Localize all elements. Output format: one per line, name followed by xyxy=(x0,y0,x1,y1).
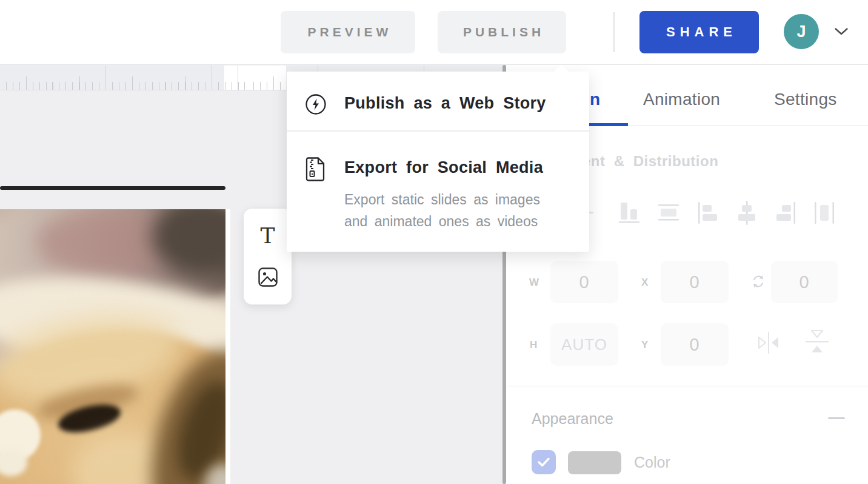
menu-item-title: Publish as a Web Story xyxy=(344,94,546,113)
rotation-field[interactable]: 0 xyxy=(771,261,838,303)
top-bar: PREVIEW PUBLISH SHARE J xyxy=(0,0,868,65)
appearance-title: Appearance xyxy=(532,410,613,428)
active-tab-underline xyxy=(584,123,628,126)
align-center-vertical-icon[interactable] xyxy=(736,200,758,226)
zip-file-icon xyxy=(305,157,326,181)
text-tool-icon[interactable]: T xyxy=(253,221,282,250)
height-label: H xyxy=(530,339,538,351)
chevron-down-icon[interactable] xyxy=(834,27,849,38)
menu-item-export-social-media[interactable]: Export for Social Media Export static sl… xyxy=(287,130,589,252)
y-field[interactable]: 0 xyxy=(661,323,729,366)
app-window: T n Animation Settings ent & Distributio… xyxy=(0,0,868,484)
section-divider xyxy=(507,386,868,386)
publish-dropdown-menu: Publish as a Web Story Export for Social… xyxy=(287,72,589,252)
rotation-icon xyxy=(751,274,766,291)
canvas-line-element[interactable] xyxy=(0,186,225,190)
avatar[interactable]: J xyxy=(784,14,819,49)
lightning-circle-icon xyxy=(305,93,327,115)
height-field[interactable]: AUTO xyxy=(550,323,618,366)
color-label: Color xyxy=(634,454,670,471)
tool-palette: T xyxy=(244,209,292,304)
menu-item-title: Export for Social Media xyxy=(344,158,543,177)
topbar-divider xyxy=(613,12,615,52)
menu-item-publish-web-story[interactable]: Publish as a Web Story xyxy=(287,72,589,130)
image-tool-icon[interactable] xyxy=(253,263,282,292)
preview-button[interactable]: PREVIEW xyxy=(281,11,415,53)
flip-horizontal-icon[interactable] xyxy=(755,331,782,357)
menu-item-description-line1: Export static slides as images xyxy=(344,192,540,208)
alignment-distribution-title: ent & Distribution xyxy=(583,153,718,170)
ruler-highlight xyxy=(224,66,286,90)
flip-vertical-icon[interactable] xyxy=(804,328,830,358)
distribute-horizontal-icon[interactable] xyxy=(813,200,835,226)
tab-design[interactable]: n xyxy=(590,90,600,109)
tab-animation[interactable]: Animation xyxy=(643,90,720,109)
width-label: W xyxy=(529,277,539,289)
x-field[interactable]: 0 xyxy=(661,261,729,303)
color-enabled-checkbox[interactable] xyxy=(532,450,556,474)
slide-edge xyxy=(225,209,230,484)
align-bottom-icon[interactable] xyxy=(618,200,640,226)
y-label: Y xyxy=(641,339,649,351)
x-label: X xyxy=(641,277,649,289)
publish-button[interactable]: PUBLISH xyxy=(438,11,566,53)
checkmark-icon xyxy=(538,457,550,467)
dog-photo[interactable] xyxy=(0,209,225,484)
width-field[interactable]: 0 xyxy=(550,261,618,303)
tab-settings[interactable]: Settings xyxy=(774,90,837,109)
distribute-vertical-icon[interactable] xyxy=(658,200,679,226)
align-right-icon[interactable] xyxy=(775,200,796,226)
align-left-icon[interactable] xyxy=(697,200,719,226)
share-button[interactable]: SHARE xyxy=(639,11,759,53)
menu-item-description-line2: and animated ones as videos xyxy=(344,213,538,230)
collapse-section-icon[interactable] xyxy=(828,416,846,420)
color-swatch[interactable] xyxy=(568,451,621,474)
